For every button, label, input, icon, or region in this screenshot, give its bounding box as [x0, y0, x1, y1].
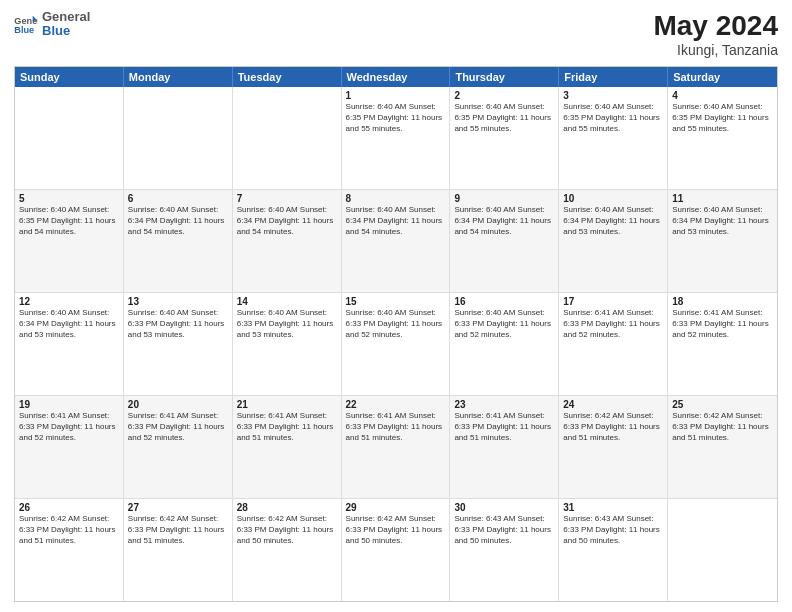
day-cell-23: 23Sunrise: 6:41 AM Sunset: 6:33 PM Dayli…: [450, 396, 559, 498]
header-day-thursday: Thursday: [450, 67, 559, 87]
day-info: Sunrise: 6:40 AM Sunset: 6:35 PM Dayligh…: [19, 205, 119, 237]
day-info: Sunrise: 6:42 AM Sunset: 6:33 PM Dayligh…: [237, 514, 337, 546]
day-info: Sunrise: 6:40 AM Sunset: 6:34 PM Dayligh…: [19, 308, 119, 340]
day-number: 28: [237, 502, 337, 513]
day-number: 21: [237, 399, 337, 410]
day-info: Sunrise: 6:40 AM Sunset: 6:35 PM Dayligh…: [563, 102, 663, 134]
day-number: 3: [563, 90, 663, 101]
day-cell-12: 12Sunrise: 6:40 AM Sunset: 6:34 PM Dayli…: [15, 293, 124, 395]
day-info: Sunrise: 6:42 AM Sunset: 6:33 PM Dayligh…: [128, 514, 228, 546]
day-number: 24: [563, 399, 663, 410]
day-number: 20: [128, 399, 228, 410]
day-cell-21: 21Sunrise: 6:41 AM Sunset: 6:33 PM Dayli…: [233, 396, 342, 498]
day-info: Sunrise: 6:40 AM Sunset: 6:33 PM Dayligh…: [454, 308, 554, 340]
day-cell-19: 19Sunrise: 6:41 AM Sunset: 6:33 PM Dayli…: [15, 396, 124, 498]
header-day-sunday: Sunday: [15, 67, 124, 87]
day-cell-13: 13Sunrise: 6:40 AM Sunset: 6:33 PM Dayli…: [124, 293, 233, 395]
day-cell-7: 7Sunrise: 6:40 AM Sunset: 6:34 PM Daylig…: [233, 190, 342, 292]
month-year: May 2024: [653, 10, 778, 42]
day-info: Sunrise: 6:43 AM Sunset: 6:33 PM Dayligh…: [563, 514, 663, 546]
calendar-header: SundayMondayTuesdayWednesdayThursdayFrid…: [15, 67, 777, 87]
day-number: 9: [454, 193, 554, 204]
day-number: 2: [454, 90, 554, 101]
day-number: 31: [563, 502, 663, 513]
day-info: Sunrise: 6:41 AM Sunset: 6:33 PM Dayligh…: [454, 411, 554, 443]
day-number: 12: [19, 296, 119, 307]
day-number: 29: [346, 502, 446, 513]
day-number: 11: [672, 193, 773, 204]
day-number: 14: [237, 296, 337, 307]
day-number: 6: [128, 193, 228, 204]
header-day-saturday: Saturday: [668, 67, 777, 87]
day-cell-28: 28Sunrise: 6:42 AM Sunset: 6:33 PM Dayli…: [233, 499, 342, 601]
logo-line2: Blue: [42, 24, 90, 38]
header-day-tuesday: Tuesday: [233, 67, 342, 87]
day-info: Sunrise: 6:41 AM Sunset: 6:33 PM Dayligh…: [237, 411, 337, 443]
day-cell-1: 1Sunrise: 6:40 AM Sunset: 6:35 PM Daylig…: [342, 87, 451, 189]
day-cell-30: 30Sunrise: 6:43 AM Sunset: 6:33 PM Dayli…: [450, 499, 559, 601]
calendar-row-0: 1Sunrise: 6:40 AM Sunset: 6:35 PM Daylig…: [15, 87, 777, 190]
title-block: May 2024 Ikungi, Tanzania: [653, 10, 778, 58]
calendar-body: 1Sunrise: 6:40 AM Sunset: 6:35 PM Daylig…: [15, 87, 777, 601]
day-number: 5: [19, 193, 119, 204]
day-cell-20: 20Sunrise: 6:41 AM Sunset: 6:33 PM Dayli…: [124, 396, 233, 498]
day-cell-25: 25Sunrise: 6:42 AM Sunset: 6:33 PM Dayli…: [668, 396, 777, 498]
empty-cell-0-0: [15, 87, 124, 189]
day-info: Sunrise: 6:43 AM Sunset: 6:33 PM Dayligh…: [454, 514, 554, 546]
day-number: 26: [19, 502, 119, 513]
page: General Blue General Blue May 2024 Ikung…: [0, 0, 792, 612]
day-info: Sunrise: 6:42 AM Sunset: 6:33 PM Dayligh…: [19, 514, 119, 546]
calendar: SundayMondayTuesdayWednesdayThursdayFrid…: [14, 66, 778, 602]
logo-icon: General Blue: [14, 14, 38, 34]
day-info: Sunrise: 6:41 AM Sunset: 6:33 PM Dayligh…: [128, 411, 228, 443]
day-number: 17: [563, 296, 663, 307]
day-info: Sunrise: 6:40 AM Sunset: 6:33 PM Dayligh…: [346, 308, 446, 340]
day-number: 1: [346, 90, 446, 101]
day-info: Sunrise: 6:40 AM Sunset: 6:35 PM Dayligh…: [346, 102, 446, 134]
header-day-monday: Monday: [124, 67, 233, 87]
calendar-row-4: 26Sunrise: 6:42 AM Sunset: 6:33 PM Dayli…: [15, 499, 777, 601]
calendar-row-2: 12Sunrise: 6:40 AM Sunset: 6:34 PM Dayli…: [15, 293, 777, 396]
calendar-row-1: 5Sunrise: 6:40 AM Sunset: 6:35 PM Daylig…: [15, 190, 777, 293]
svg-text:Blue: Blue: [14, 25, 34, 34]
day-info: Sunrise: 6:41 AM Sunset: 6:33 PM Dayligh…: [346, 411, 446, 443]
day-number: 22: [346, 399, 446, 410]
day-number: 10: [563, 193, 663, 204]
day-cell-8: 8Sunrise: 6:40 AM Sunset: 6:34 PM Daylig…: [342, 190, 451, 292]
day-cell-9: 9Sunrise: 6:40 AM Sunset: 6:34 PM Daylig…: [450, 190, 559, 292]
day-cell-3: 3Sunrise: 6:40 AM Sunset: 6:35 PM Daylig…: [559, 87, 668, 189]
day-number: 13: [128, 296, 228, 307]
empty-cell-0-1: [124, 87, 233, 189]
day-info: Sunrise: 6:41 AM Sunset: 6:33 PM Dayligh…: [672, 308, 773, 340]
day-cell-27: 27Sunrise: 6:42 AM Sunset: 6:33 PM Dayli…: [124, 499, 233, 601]
logo: General Blue General Blue: [14, 10, 90, 39]
day-number: 18: [672, 296, 773, 307]
day-info: Sunrise: 6:42 AM Sunset: 6:33 PM Dayligh…: [563, 411, 663, 443]
logo-line1: General: [42, 10, 90, 24]
day-number: 30: [454, 502, 554, 513]
empty-cell-4-6: [668, 499, 777, 601]
day-cell-10: 10Sunrise: 6:40 AM Sunset: 6:34 PM Dayli…: [559, 190, 668, 292]
day-cell-17: 17Sunrise: 6:41 AM Sunset: 6:33 PM Dayli…: [559, 293, 668, 395]
day-info: Sunrise: 6:42 AM Sunset: 6:33 PM Dayligh…: [346, 514, 446, 546]
day-cell-29: 29Sunrise: 6:42 AM Sunset: 6:33 PM Dayli…: [342, 499, 451, 601]
day-info: Sunrise: 6:41 AM Sunset: 6:33 PM Dayligh…: [563, 308, 663, 340]
day-cell-5: 5Sunrise: 6:40 AM Sunset: 6:35 PM Daylig…: [15, 190, 124, 292]
day-cell-14: 14Sunrise: 6:40 AM Sunset: 6:33 PM Dayli…: [233, 293, 342, 395]
day-info: Sunrise: 6:41 AM Sunset: 6:33 PM Dayligh…: [19, 411, 119, 443]
day-number: 7: [237, 193, 337, 204]
day-info: Sunrise: 6:40 AM Sunset: 6:34 PM Dayligh…: [563, 205, 663, 237]
day-number: 23: [454, 399, 554, 410]
day-info: Sunrise: 6:40 AM Sunset: 6:33 PM Dayligh…: [128, 308, 228, 340]
day-cell-6: 6Sunrise: 6:40 AM Sunset: 6:34 PM Daylig…: [124, 190, 233, 292]
empty-cell-0-2: [233, 87, 342, 189]
day-cell-26: 26Sunrise: 6:42 AM Sunset: 6:33 PM Dayli…: [15, 499, 124, 601]
day-info: Sunrise: 6:40 AM Sunset: 6:35 PM Dayligh…: [672, 102, 773, 134]
day-cell-22: 22Sunrise: 6:41 AM Sunset: 6:33 PM Dayli…: [342, 396, 451, 498]
day-number: 16: [454, 296, 554, 307]
day-cell-31: 31Sunrise: 6:43 AM Sunset: 6:33 PM Dayli…: [559, 499, 668, 601]
day-cell-4: 4Sunrise: 6:40 AM Sunset: 6:35 PM Daylig…: [668, 87, 777, 189]
calendar-row-3: 19Sunrise: 6:41 AM Sunset: 6:33 PM Dayli…: [15, 396, 777, 499]
header-day-wednesday: Wednesday: [342, 67, 451, 87]
day-info: Sunrise: 6:42 AM Sunset: 6:33 PM Dayligh…: [672, 411, 773, 443]
